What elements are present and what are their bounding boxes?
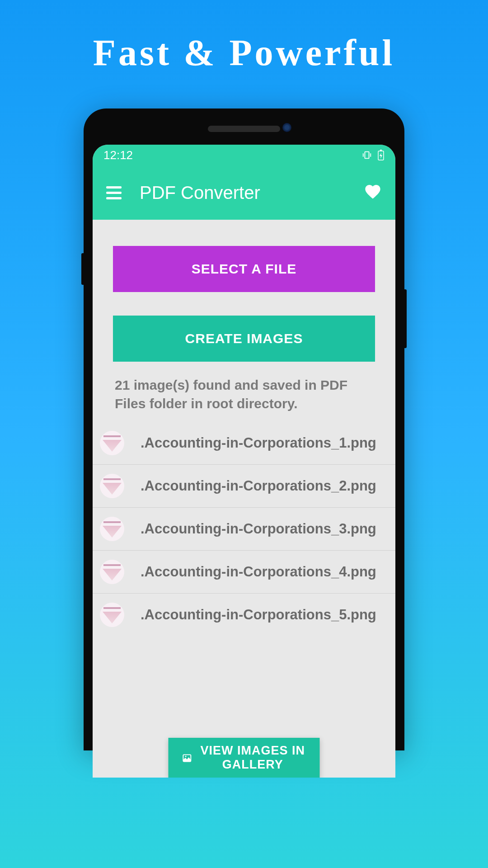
svg-point-6: [185, 756, 187, 757]
phone-side-button-right: [404, 289, 407, 348]
content-area: SELECT A FILE CREATE IMAGES 21 image(s) …: [93, 220, 395, 636]
favorite-icon[interactable]: [364, 183, 382, 203]
file-name-label: .Accounting-in-Corporations_4.png: [141, 564, 376, 580]
svg-rect-4: [380, 150, 382, 151]
view-gallery-label: VIEW IMAGES IN GALLERY: [199, 744, 306, 772]
file-thumbnail-icon: [100, 560, 124, 584]
status-time: 12:12: [103, 148, 133, 162]
phone-screen: 12:12 PDF Converter: [93, 145, 395, 778]
battery-icon: [377, 150, 385, 160]
status-message: 21 image(s) found and saved in PDF Files…: [113, 376, 375, 422]
file-item[interactable]: .Accounting-in-Corporations_2.png: [93, 465, 395, 508]
headline-text: Fast & Powerful: [0, 0, 488, 74]
phone-camera: [282, 123, 291, 132]
file-name-label: .Accounting-in-Corporations_3.png: [141, 521, 376, 537]
create-images-button[interactable]: CREATE IMAGES: [113, 316, 375, 362]
file-item[interactable]: .Accounting-in-Corporations_1.png: [93, 422, 395, 465]
file-list: .Accounting-in-Corporations_1.png .Accou…: [93, 422, 395, 636]
file-item[interactable]: .Accounting-in-Corporations_3.png: [93, 508, 395, 551]
select-file-button[interactable]: SELECT A FILE: [113, 246, 375, 292]
file-thumbnail-icon: [100, 474, 124, 498]
file-thumbnail-icon: [100, 431, 124, 455]
gallery-icon: [182, 750, 192, 766]
menu-icon[interactable]: [106, 186, 122, 199]
phone-frame: 12:12 PDF Converter: [84, 108, 404, 750]
app-bar: PDF Converter: [93, 165, 395, 220]
svg-rect-0: [365, 152, 369, 159]
file-item[interactable]: .Accounting-in-Corporations_4.png: [93, 551, 395, 594]
phone-side-button-left: [81, 253, 84, 285]
status-right: [362, 150, 385, 160]
file-thumbnail-icon: [100, 517, 124, 541]
phone-notch: [208, 126, 280, 132]
file-item[interactable]: .Accounting-in-Corporations_5.png: [93, 594, 395, 636]
file-thumbnail-icon: [100, 603, 124, 627]
file-name-label: .Accounting-in-Corporations_1.png: [141, 435, 376, 451]
file-name-label: .Accounting-in-Corporations_5.png: [141, 607, 376, 623]
app-title: PDF Converter: [140, 183, 346, 203]
view-gallery-button[interactable]: VIEW IMAGES IN GALLERY: [169, 738, 320, 778]
vibrate-icon: [362, 150, 372, 160]
file-name-label: .Accounting-in-Corporations_2.png: [141, 478, 376, 494]
status-bar: 12:12: [93, 145, 395, 165]
